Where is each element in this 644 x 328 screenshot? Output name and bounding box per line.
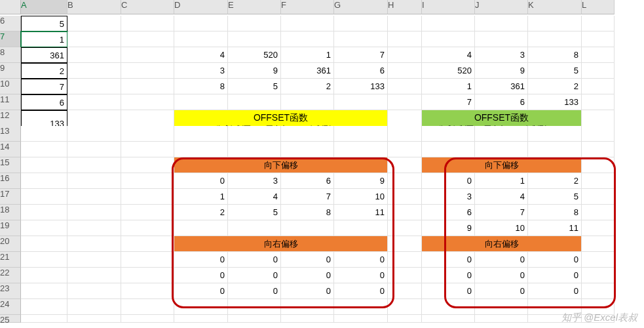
row-header-7[interactable]: 7 — [0, 31, 21, 47]
cell-L23[interactable] — [582, 283, 615, 299]
cell-H24[interactable] — [388, 299, 422, 315]
cell-H20[interactable] — [388, 236, 422, 252]
row-header-23[interactable]: 23 — [0, 283, 21, 299]
cell-F10[interactable]: 2 — [281, 79, 334, 94]
cell-D6[interactable] — [174, 16, 228, 31]
cell-L10[interactable] — [582, 79, 615, 94]
cell-H14[interactable] — [388, 142, 422, 157]
cell-C14[interactable] — [121, 142, 174, 157]
cell-I9[interactable]: 520 — [422, 63, 475, 79]
cell-C23[interactable] — [121, 283, 174, 299]
cell-F18[interactable]: 8 — [281, 205, 334, 220]
cell-F22[interactable]: 0 — [281, 268, 334, 283]
cell-L22[interactable] — [582, 268, 615, 283]
cell-I6[interactable] — [422, 16, 475, 31]
cell-E14[interactable] — [228, 142, 281, 157]
cell-E16[interactable]: 3 — [228, 173, 281, 189]
cell-I13[interactable] — [422, 126, 475, 142]
cell-A9[interactable]: 2 — [21, 63, 67, 79]
cell-G16[interactable]: 9 — [334, 173, 388, 189]
cell-A13[interactable] — [21, 126, 67, 142]
cell-A22[interactable] — [21, 268, 67, 283]
cell-D7[interactable] — [174, 31, 228, 47]
cell-G18[interactable]: 11 — [334, 205, 388, 220]
cell-B8[interactable] — [67, 47, 121, 63]
cell-I7[interactable] — [422, 31, 475, 47]
cell-I11[interactable]: 7 — [422, 94, 475, 110]
cell-H10[interactable] — [388, 79, 422, 94]
cell-L24[interactable] — [582, 299, 615, 315]
cell-D21[interactable]: 0 — [174, 252, 228, 268]
cell-B22[interactable] — [67, 268, 121, 283]
cell-J10[interactable]: 361 — [475, 79, 528, 94]
cell-F14[interactable] — [281, 142, 334, 157]
cell-L11[interactable] — [582, 94, 615, 110]
col-header-G[interactable]: G — [334, 0, 388, 14]
cell-C8[interactable] — [121, 47, 174, 63]
cell-D25[interactable] — [174, 315, 228, 323]
col-header-D[interactable]: D — [174, 0, 228, 14]
cell-J22[interactable]: 0 — [475, 268, 528, 283]
cell-I25[interactable] — [422, 315, 475, 323]
col-header-A[interactable]: A — [21, 0, 67, 14]
cell-F19[interactable] — [281, 220, 334, 236]
cell-I21[interactable]: 0 — [422, 252, 475, 268]
cell-B23[interactable] — [67, 283, 121, 299]
cell-J6[interactable] — [475, 16, 528, 31]
cell-F21[interactable]: 0 — [281, 252, 334, 268]
cell-D22[interactable]: 0 — [174, 268, 228, 283]
row-header-8[interactable]: 8 — [0, 47, 21, 63]
cell-C16[interactable] — [121, 173, 174, 189]
cell-E17[interactable]: 4 — [228, 189, 281, 205]
cell-A7[interactable]: 1 — [21, 31, 67, 47]
col-header-C[interactable]: C — [121, 0, 174, 14]
cell-G11[interactable] — [334, 94, 388, 110]
cell-B9[interactable] — [67, 63, 121, 79]
cell-D10[interactable]: 8 — [174, 79, 228, 94]
cell-L9[interactable] — [582, 63, 615, 79]
cell-K9[interactable]: 5 — [528, 63, 582, 79]
cell-C19[interactable] — [121, 220, 174, 236]
cell-K10[interactable]: 2 — [528, 79, 582, 94]
cell-D11[interactable] — [174, 94, 228, 110]
cell-B14[interactable] — [67, 142, 121, 157]
row-header-9[interactable]: 9 — [0, 63, 21, 79]
cell-J18[interactable]: 7 — [475, 205, 528, 220]
cell-C9[interactable] — [121, 63, 174, 79]
cell-K11[interactable]: 133 — [528, 94, 582, 110]
cell-A16[interactable] — [21, 173, 67, 189]
cell-K19[interactable]: 11 — [528, 220, 582, 236]
cell-L17[interactable] — [582, 189, 615, 205]
row-header-14[interactable]: 14 — [0, 142, 21, 157]
cell-J14[interactable] — [475, 142, 528, 157]
row-header-16[interactable]: 16 — [0, 173, 21, 189]
cell-H23[interactable] — [388, 283, 422, 299]
cell-D23[interactable]: 0 — [174, 283, 228, 299]
cell-F17[interactable]: 7 — [281, 189, 334, 205]
cell-K22[interactable]: 0 — [528, 268, 582, 283]
cell-I14[interactable] — [422, 142, 475, 157]
cell-K25[interactable] — [528, 315, 582, 323]
cell-B6[interactable] — [67, 16, 121, 31]
cell-G9[interactable]: 6 — [334, 63, 388, 79]
row-header-25[interactable]: 25 — [0, 315, 21, 323]
cell-C18[interactable] — [121, 205, 174, 220]
cell-D16[interactable]: 0 — [174, 173, 228, 189]
cell-B17[interactable] — [67, 189, 121, 205]
cell-L16[interactable] — [582, 173, 615, 189]
cell-F13[interactable] — [281, 126, 334, 142]
cell-G14[interactable] — [334, 142, 388, 157]
cell-K16[interactable]: 2 — [528, 173, 582, 189]
row-header-15[interactable]: 15 — [0, 157, 21, 173]
cell-G17[interactable]: 10 — [334, 189, 388, 205]
cell-H11[interactable] — [388, 94, 422, 110]
cell-H21[interactable] — [388, 252, 422, 268]
cell-K18[interactable]: 8 — [528, 205, 582, 220]
cell-K8[interactable]: 8 — [528, 47, 582, 63]
cell-E19[interactable] — [228, 220, 281, 236]
cell-C21[interactable] — [121, 252, 174, 268]
cell-E9[interactable]: 9 — [228, 63, 281, 79]
row-header-11[interactable]: 11 — [0, 94, 21, 110]
row-header-17[interactable]: 17 — [0, 189, 21, 205]
cell-C13[interactable] — [121, 126, 174, 142]
